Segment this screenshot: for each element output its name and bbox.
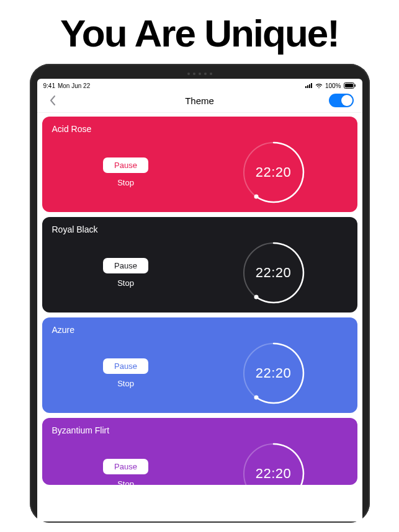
- timer-value: 22:20: [241, 341, 306, 406]
- stop-button[interactable]: Stop: [117, 479, 134, 489]
- wifi-icon: [315, 83, 323, 89]
- theme-card-royal-black[interactable]: Royal Black Pause Stop 22:: [42, 217, 357, 313]
- status-bar: 9:41 Mon Jun 22 100%: [37, 79, 362, 90]
- pause-button[interactable]: Pause: [103, 258, 148, 273]
- svg-rect-3: [311, 83, 312, 88]
- theme-name: Acid Rose: [52, 124, 347, 134]
- theme-card-azure[interactable]: Azure Pause Stop 22:20: [42, 317, 357, 413]
- tablet-camera-dots: [37, 73, 362, 75]
- timer-display: 22:20: [200, 140, 347, 205]
- back-button[interactable]: [46, 94, 60, 107]
- status-time: 9:41: [43, 82, 55, 89]
- stop-button[interactable]: Stop: [117, 178, 134, 187]
- theme-name: Azure: [52, 325, 347, 335]
- timer-value: 22:20: [241, 241, 306, 305]
- timer-value: 22:20: [241, 441, 306, 506]
- tablet-screen: 9:41 Mon Jun 22 100% Theme: [37, 79, 362, 521]
- battery-percent: 100%: [325, 82, 341, 89]
- stop-button[interactable]: Stop: [117, 379, 134, 388]
- theme-list: Acid Rose Pause Stop 22:20: [37, 113, 362, 521]
- timer-value: 22:20: [241, 140, 306, 205]
- theme-name: Royal Black: [52, 224, 347, 234]
- page-title: Theme: [37, 95, 362, 106]
- pause-button[interactable]: Pause: [103, 459, 148, 474]
- theme-card-acid-rose[interactable]: Acid Rose Pause Stop 22:20: [42, 117, 357, 212]
- svg-rect-6: [354, 84, 356, 87]
- svg-rect-1: [307, 86, 308, 89]
- theme-card-byzantium-flirt[interactable]: Byzantium Flirt Pause Stop: [42, 418, 357, 485]
- dark-mode-toggle[interactable]: [329, 94, 354, 107]
- stop-button[interactable]: Stop: [117, 278, 134, 288]
- svg-rect-0: [305, 86, 307, 88]
- theme-name: Byzantium Flirt: [52, 425, 347, 435]
- timer-display: 22:20: [200, 241, 347, 305]
- timer-display: 22:20: [200, 441, 347, 506]
- battery-icon: [344, 82, 356, 89]
- pause-button[interactable]: Pause: [103, 157, 148, 173]
- signal-icon: [305, 83, 313, 88]
- pause-button[interactable]: Pause: [103, 358, 148, 374]
- status-date: Mon Jun 22: [58, 82, 90, 89]
- nav-bar: Theme: [37, 90, 362, 113]
- timer-display: 22:20: [200, 341, 347, 406]
- svg-rect-5: [345, 84, 353, 87]
- tablet-bezel: 9:41 Mon Jun 22 100% Theme: [30, 64, 370, 523]
- svg-rect-2: [309, 84, 310, 88]
- marketing-headline: You Are Unique!: [0, 0, 399, 64]
